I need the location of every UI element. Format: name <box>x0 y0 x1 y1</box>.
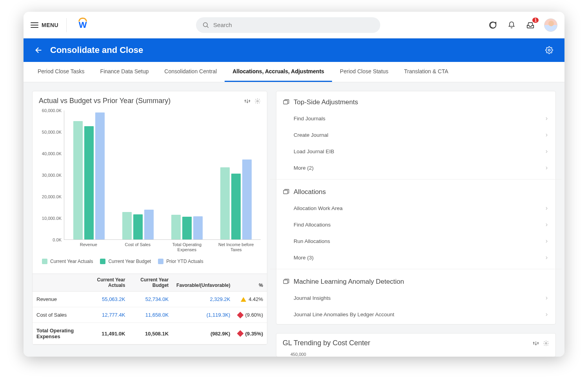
section-block: AllocationsAllocation Work Area›Find All… <box>276 181 555 267</box>
table-cell: (1,119.3K) <box>172 307 234 323</box>
tab-consolidation-central[interactable]: Consolidation Central <box>156 62 225 82</box>
divider <box>270 179 562 179</box>
chart-settings-icon[interactable] <box>254 98 261 104</box>
bar-group <box>120 111 156 239</box>
table-header: Favorable/(Unfavorable) <box>172 274 234 292</box>
workday-logo[interactable]: W <box>77 19 89 31</box>
svg-point-3 <box>548 49 550 51</box>
search-box[interactable] <box>196 17 380 33</box>
svg-point-0 <box>203 22 208 27</box>
list-item-label: Create Journal <box>294 132 328 138</box>
top-bar: MENU W 1 <box>24 12 564 38</box>
section-head: Machine Learning Anomaly Detection <box>283 275 549 290</box>
list-item[interactable]: Find Allocations› <box>283 216 549 233</box>
list-item[interactable]: Find Journals› <box>283 110 549 127</box>
pct-value: (9.35%) <box>245 331 263 337</box>
bar[interactable] <box>95 112 105 239</box>
legend-item[interactable]: Current Year Budget <box>100 259 151 264</box>
search-input[interactable] <box>213 22 374 28</box>
chevron-right-icon: › <box>546 311 548 318</box>
tab-finance-data-setup[interactable]: Finance Data Setup <box>93 62 157 82</box>
list-item-label: Journal Insights <box>294 295 331 301</box>
legend-swatch <box>158 259 163 264</box>
tab-bar: Period Close TasksFinance Data SetupCons… <box>24 62 564 82</box>
y-tick: 60,000.0K <box>42 108 62 113</box>
y-tick: 40,000.0K <box>42 151 62 156</box>
tab-period-close-status[interactable]: Period Close Status <box>332 62 396 82</box>
table-header: % <box>234 274 267 292</box>
legend-item[interactable]: Current Year Actuals <box>42 259 93 264</box>
legend-item[interactable]: Prior YTD Actuals <box>158 259 203 264</box>
list-item-label: Find Journals <box>294 116 325 121</box>
summary-table: Current Year ActualsCurrent Year BudgetF… <box>33 274 267 344</box>
bar[interactable] <box>144 210 154 239</box>
table-link[interactable]: 11,658.0K <box>145 312 169 318</box>
bar[interactable] <box>182 217 192 239</box>
list-item[interactable]: Allocation Work Area› <box>283 200 549 216</box>
warning-icon <box>241 297 246 302</box>
back-arrow-icon[interactable] <box>34 45 44 55</box>
chat-icon[interactable] <box>488 20 498 30</box>
inbox-icon[interactable]: 1 <box>525 20 535 30</box>
search-container <box>196 17 380 33</box>
gl-y-value: 450,000 <box>276 350 555 357</box>
list-item-label: Allocation Work Area <box>294 205 343 211</box>
chevron-right-icon: › <box>546 205 548 212</box>
page-header: Consolidate and Close <box>24 38 564 62</box>
bar[interactable] <box>231 174 241 239</box>
table-cell: Revenue <box>33 292 85 307</box>
bar[interactable] <box>84 126 94 239</box>
table-link[interactable]: 12,777.4K <box>102 312 125 318</box>
chart-config-icon[interactable] <box>244 98 250 104</box>
list-item[interactable]: Journal Line Anomalies By Ledger Account… <box>283 306 549 323</box>
legend-swatch <box>42 259 47 264</box>
table-row: Cost of Sales12,777.4K11,658.0K(1,119.3K… <box>33 307 267 323</box>
gl-config-icon[interactable] <box>533 340 539 346</box>
list-item-label: Run Allocations <box>294 238 330 244</box>
bar[interactable] <box>73 121 83 239</box>
table-row: Total Operating Expenses11,491.0K10,508.… <box>33 323 267 344</box>
tab-allocations[interactable]: Allocations, Accruals, Adjustments <box>225 62 332 82</box>
list-item[interactable]: Journal Insights› <box>283 290 549 306</box>
section-block: Machine Learning Anomaly DetectionJourna… <box>276 271 555 324</box>
bar[interactable] <box>193 216 203 239</box>
critical-icon <box>237 312 244 318</box>
svg-rect-12 <box>283 190 288 194</box>
x-label: Cost of Sales <box>116 242 159 252</box>
section-title: Top-Side Adjustments <box>294 98 358 106</box>
bar[interactable] <box>122 212 132 239</box>
chevron-right-icon: › <box>546 221 548 228</box>
section-block: Top-Side AdjustmentsFind Journals›Create… <box>276 91 555 178</box>
divider <box>270 269 562 269</box>
y-tick: 10,000.0K <box>42 216 62 221</box>
gl-settings-icon[interactable] <box>543 340 549 346</box>
table-link[interactable]: 2,329.2K <box>210 296 230 302</box>
list-item[interactable]: Load Journal EIB› <box>283 143 549 160</box>
profile-avatar[interactable] <box>544 18 557 32</box>
table-link[interactable]: (1,119.3K) <box>207 312 230 318</box>
chart-title: Actual vs Budget vs Prior Year (Summary) <box>39 97 171 105</box>
table-link[interactable]: 52,734.0K <box>145 296 169 302</box>
menu-button[interactable]: MENU <box>31 22 58 28</box>
list-item[interactable]: More (3)› <box>283 249 549 266</box>
tab-period-close-tasks[interactable]: Period Close Tasks <box>30 62 93 82</box>
legend-swatch <box>100 259 105 264</box>
tab-translation-cta[interactable]: Translation & CTA <box>396 62 456 82</box>
bar[interactable] <box>242 160 252 239</box>
table-header: Current Year Budget <box>129 274 172 292</box>
page-settings-icon[interactable] <box>544 45 554 55</box>
table-cell: 55,063.2K <box>85 292 129 307</box>
list-item-label: Journal Line Anomalies By Ledger Account <box>294 312 394 317</box>
bar[interactable] <box>220 167 230 239</box>
pct-value: (9.60%) <box>245 312 263 318</box>
bar[interactable] <box>171 215 181 239</box>
table-link[interactable]: 55,063.2K <box>102 296 125 302</box>
table-row: Revenue55,063.2K52,734.0K2,329.2K4.42% <box>33 292 267 307</box>
bar[interactable] <box>133 214 143 239</box>
list-item[interactable]: More (2)› <box>283 160 549 176</box>
notifications-icon[interactable] <box>506 20 517 30</box>
list-item[interactable]: Run Allocations› <box>283 233 549 249</box>
list-item[interactable]: Create Journal› <box>283 127 549 143</box>
table-cell-pct: (9.60%) <box>234 307 267 323</box>
x-label: Revenue <box>67 242 110 252</box>
